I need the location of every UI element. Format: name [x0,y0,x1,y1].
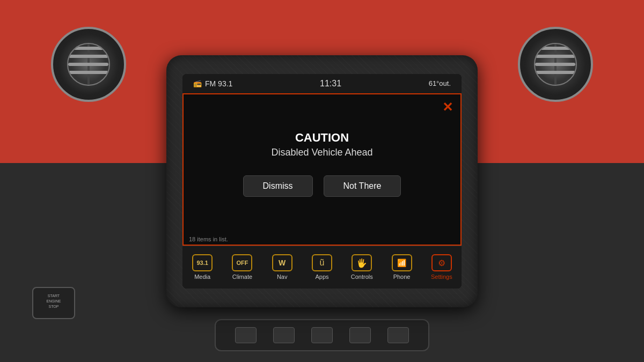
climate-icon-box: OFF [232,254,252,271]
nav-item-controls[interactable]: 🖐 Controls [342,246,382,289]
settings-icon-box: ⚙ [431,254,452,271]
nav-icon: W [279,258,286,267]
infotainment-screen: 📻 FM 93.1 11:31 61°out. ✕ CAUTION Disabl… [182,74,462,289]
alert-buttons: Dismiss Not There [243,175,401,197]
apps-label: Apps [315,274,328,280]
left-vent-inner [67,43,110,86]
status-bar-left: 📻 FM 93.1 [193,79,232,88]
radio-label: FM 93.1 [205,79,232,88]
right-vent [518,27,593,102]
phone-icon: 📶 [397,258,406,267]
nav-bar: 93.1 Media OFF Climate W Nav [182,246,462,289]
steering-column-controls [215,319,429,351]
radio-icon: 📻 [193,79,202,87]
nav-item-media[interactable]: 93.1 Media [182,246,222,289]
steer-btn-1[interactable] [235,327,257,343]
close-button[interactable]: ✕ [442,100,453,115]
media-label: Media [194,274,210,280]
start-engine-button[interactable]: STARTENGINESTOP [32,287,75,319]
right-vent-slats [535,44,575,76]
not-there-button[interactable]: Not There [324,175,401,197]
temperature-display: 61°out. [429,79,451,87]
nav-icon-box: W [272,254,292,271]
nav-item-nav[interactable]: W Nav [262,246,302,289]
climate-icon: OFF [236,260,248,266]
steer-btn-2[interactable] [273,327,295,343]
nav-label: Nav [277,274,288,280]
dismiss-button[interactable]: Dismiss [243,175,313,197]
nav-item-settings[interactable]: ⚙ Settings [422,246,462,289]
screen-bezel: 📻 FM 93.1 11:31 61°out. ✕ CAUTION Disabl… [166,55,478,307]
status-bar: 📻 FM 93.1 11:31 61°out. [182,74,462,93]
dashboard: 📻 FM 93.1 11:31 61°out. ✕ CAUTION Disabl… [0,0,644,362]
steer-btn-5[interactable] [387,327,409,343]
alert-subtitle: Disabled Vehicle Ahead [271,147,372,158]
settings-icon: ⚙ [438,258,445,268]
alert-content: CAUTION Disabled Vehicle Ahead Dismiss N… [184,94,460,234]
alert-title: CAUTION [295,131,349,145]
media-icon-box: 93.1 [192,254,213,271]
nav-item-climate[interactable]: OFF Climate [222,246,262,289]
nav-item-apps[interactable]: ũ Apps [302,246,342,289]
left-vent [51,27,126,102]
items-count: 18 items in list. [184,234,460,245]
controls-icon: 🖐 [356,258,367,268]
controls-label: Controls [351,274,373,280]
apps-icon-box: ũ [312,254,332,271]
left-vent-slats [68,44,108,76]
steer-btn-3[interactable] [311,327,333,343]
apps-icon: ũ [320,258,325,268]
climate-label: Climate [232,274,252,280]
alert-dialog: ✕ CAUTION Disabled Vehicle Ahead Dismiss… [182,93,462,246]
settings-label: Settings [431,274,452,280]
nav-item-phone[interactable]: 📶 Phone [382,246,421,289]
clock-display: 11:31 [320,79,341,88]
phone-icon-box: 📶 [392,254,412,271]
controls-icon-box: 🖐 [352,254,372,271]
phone-label: Phone [393,274,411,280]
steer-btn-4[interactable] [349,327,371,343]
media-icon: 93.1 [196,260,208,266]
right-vent-inner [534,43,577,86]
